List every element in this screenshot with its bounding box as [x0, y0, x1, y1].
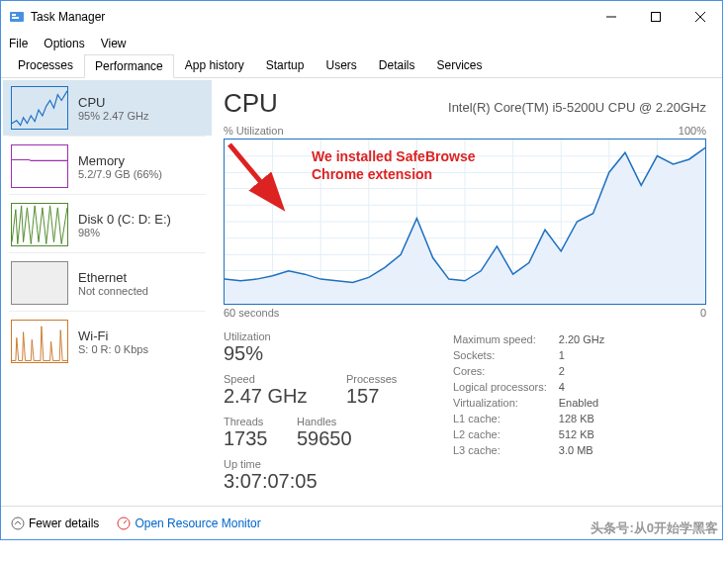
main-panel: CPU Intel(R) Core(TM) i5-5200U CPU @ 2.2… [214, 78, 722, 506]
sidebar-eth-title: Ethernet [78, 270, 148, 285]
maximize-button[interactable] [633, 1, 678, 33]
sidebar-item-memory[interactable]: Memory 5.2/7.9 GB (66%) [3, 139, 212, 194]
proc-label: Processes [346, 373, 406, 385]
sidebar-item-ethernet[interactable]: Ethernet Not connected [3, 255, 212, 311]
disk-thumb-icon [11, 203, 68, 246]
sidebar-cpu-sub: 95% 2.47 GHz [78, 110, 149, 122]
chart-bottom-right-label: 0 [700, 307, 706, 319]
chart-top-right-label: 100% [679, 125, 706, 137]
app-icon [9, 9, 25, 25]
chevron-up-circle-icon [11, 516, 25, 530]
sidebar-item-disk[interactable]: Disk 0 (C: D: E:) 98% [3, 197, 212, 252]
footer: Fewer details Open Resource Monitor [1, 506, 722, 539]
speed-label: Speed [224, 373, 332, 385]
titlebar[interactable]: Task Manager [1, 1, 722, 33]
cpu-utilization-chart[interactable]: We installed SafeBrowse Chrome extension [224, 139, 706, 305]
stats-area: Utilization 95% Speed 2.47 GHz Processes… [224, 330, 706, 501]
annotation-arrow-icon [225, 140, 705, 304]
sidebar-disk-title: Disk 0 (C: D: E:) [78, 212, 171, 227]
minimize-button[interactable] [589, 1, 633, 33]
uptime-value: 3:07:07:05 [224, 470, 417, 493]
tab-details[interactable]: Details [368, 53, 426, 77]
menu-bar: File Options View [1, 33, 722, 54]
menu-view[interactable]: View [101, 37, 127, 50]
task-manager-window: Task Manager File Options View Processes… [0, 0, 723, 540]
sidebar-item-wifi[interactable]: Wi-Fi S: 0 R: 0 Kbps [3, 314, 212, 369]
tab-services[interactable]: Services [426, 53, 494, 77]
chart-top-left-label: % Utilization [224, 125, 284, 137]
util-label: Utilization [224, 330, 303, 342]
sidebar-wifi-sub: S: 0 R: 0 Kbps [78, 343, 148, 355]
cpu-model: Intel(R) Core(TM) i5-5200U CPU @ 2.20GHz [448, 100, 706, 115]
svg-line-26 [229, 144, 279, 204]
close-button[interactable] [678, 1, 722, 33]
sidebar-cpu-title: CPU [78, 95, 149, 110]
fewer-details-button[interactable]: Fewer details [11, 516, 99, 530]
svg-rect-2 [12, 17, 19, 19]
cpu-details-table: Maximum speed:2.20 GHz Sockets:1 Cores:2… [451, 330, 616, 501]
tab-processes[interactable]: Processes [7, 53, 84, 77]
page-title: CPU [224, 88, 278, 119]
sidebar-disk-sub: 98% [78, 227, 171, 238]
sidebar-memory-sub: 5.2/7.9 GB (66%) [78, 168, 162, 180]
window-controls [589, 1, 722, 33]
svg-rect-1 [12, 14, 16, 16]
tab-bar: Processes Performance App history Startu… [1, 54, 722, 78]
sidebar: CPU 95% 2.47 GHz Memory 5.2/7.9 GB (66%) [1, 78, 214, 506]
tab-users[interactable]: Users [315, 53, 367, 77]
speed-value: 2.47 GHz [224, 385, 332, 408]
open-resource-monitor-link[interactable]: Open Resource Monitor [117, 516, 260, 530]
menu-options[interactable]: Options [44, 37, 84, 50]
memory-thumb-icon [11, 144, 68, 188]
threads-value: 1735 [224, 427, 283, 450]
sidebar-wifi-title: Wi-Fi [78, 328, 148, 343]
handles-label: Handles [297, 416, 356, 427]
svg-point-27 [12, 517, 24, 529]
menu-file[interactable]: File [9, 37, 28, 50]
sidebar-memory-title: Memory [78, 153, 162, 168]
resource-monitor-icon [117, 516, 131, 530]
cpu-thumb-icon [11, 86, 68, 130]
uptime-label: Up time [224, 458, 417, 470]
threads-label: Threads [224, 416, 283, 427]
content-area: CPU 95% 2.47 GHz Memory 5.2/7.9 GB (66%) [1, 78, 722, 506]
tab-startup[interactable]: Startup [255, 53, 316, 77]
wifi-thumb-icon [11, 320, 68, 363]
window-title: Task Manager [31, 10, 589, 24]
svg-rect-4 [651, 13, 660, 22]
sidebar-eth-sub: Not connected [78, 285, 148, 297]
tab-app-history[interactable]: App history [174, 53, 255, 77]
sidebar-item-cpu[interactable]: CPU 95% 2.47 GHz [3, 80, 212, 136]
chart-bottom-left-label: 60 seconds [224, 307, 279, 319]
tab-performance[interactable]: Performance [84, 54, 174, 78]
svg-line-29 [124, 520, 127, 523]
handles-value: 59650 [297, 427, 356, 450]
util-value: 95% [224, 342, 303, 365]
proc-value: 157 [346, 385, 406, 408]
ethernet-thumb-icon [11, 261, 68, 305]
